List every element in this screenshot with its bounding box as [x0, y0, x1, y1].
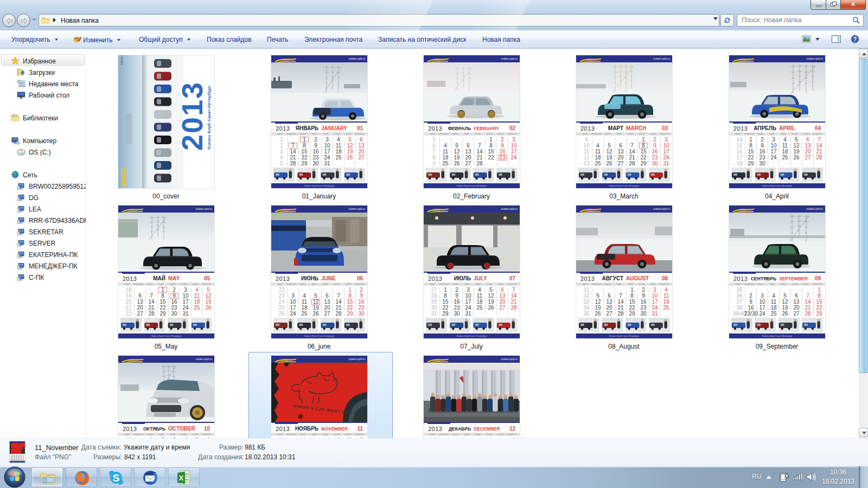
svg-text:2013: 2013 — [176, 81, 208, 151]
svg-text:subaru.spb.ru: subaru.spb.ru — [120, 55, 123, 65]
svg-text:Subaru Клуб Санкт-Петербург: Subaru Клуб Санкт-Петербург — [207, 85, 212, 149]
svg-text:?: ? — [853, 36, 857, 42]
svg-text:X: X — [179, 474, 184, 482]
svg-text:S: S — [113, 472, 120, 484]
